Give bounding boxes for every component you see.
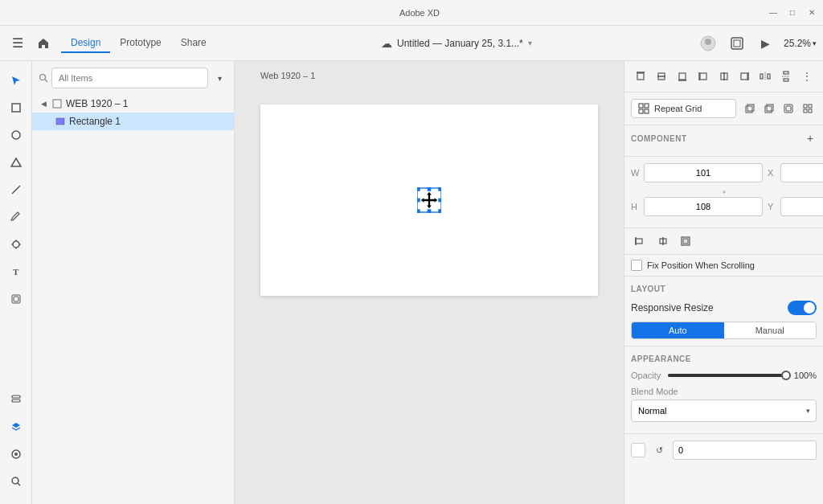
opacity-knob[interactable]: [781, 371, 791, 380]
responsive-resize-toggle[interactable]: [788, 301, 817, 315]
fix-position-section: Fix Position When Scrolling: [624, 255, 823, 277]
more-options-icon[interactable]: ⋮: [797, 66, 817, 87]
align-top-button[interactable]: [631, 66, 650, 87]
blend-mode-select[interactable]: Normal Multiply Screen Overlay: [631, 400, 817, 422]
svg-rect-27: [428, 209, 432, 213]
rg-duplicate-button[interactable]: [760, 100, 778, 117]
tab-design[interactable]: Design: [61, 34, 110, 53]
search-icon: [39, 73, 48, 83]
toolbar-right: ▶ 25.2% ▾: [697, 32, 817, 55]
select-tool[interactable]: [3, 68, 29, 93]
tab-prototype[interactable]: Prototype: [110, 34, 170, 53]
minimize-button[interactable]: —: [768, 8, 778, 18]
fill-color-swatch[interactable]: [631, 443, 645, 457]
layers-icon[interactable]: [3, 414, 29, 440]
tree-item-rectangle1[interactable]: Rectangle 1: [32, 113, 234, 130]
width-field: W: [631, 163, 763, 182]
layout-tab-auto[interactable]: Auto: [632, 322, 724, 338]
rg-group-button[interactable]: [780, 100, 797, 117]
search-input[interactable]: [51, 68, 208, 88]
fix-position-checkbox[interactable]: [631, 260, 642, 271]
distribute-vertical-button[interactable]: [776, 66, 796, 87]
alignment-toolbar: ⋮: [624, 61, 823, 92]
add-component-button[interactable]: +: [804, 132, 817, 145]
svg-rect-28: [417, 199, 420, 203]
ellipse-tool[interactable]: [3, 122, 29, 148]
dropdown-chevron-icon[interactable]: ▾: [528, 39, 532, 47]
svg-line-18: [45, 80, 47, 82]
fill-refresh-icon[interactable]: ↺: [650, 441, 668, 459]
selected-element[interactable]: [417, 188, 441, 212]
svg-rect-26: [428, 187, 432, 191]
menu-button[interactable]: ☰: [6, 32, 29, 55]
line-tool[interactable]: [3, 177, 29, 203]
user-avatar[interactable]: [697, 32, 719, 55]
canvas-area[interactable]: Web 1920 – 1: [235, 61, 624, 504]
y-input[interactable]: [780, 197, 823, 216]
fill-value-input[interactable]: [673, 440, 817, 460]
align-bottom-button[interactable]: [673, 66, 692, 87]
width-input[interactable]: [644, 163, 763, 182]
cloud-icon: ☁: [381, 37, 392, 50]
tree-item-web1920[interactable]: ◀ WEB 1920 – 1: [32, 95, 234, 113]
pos-left-icon[interactable]: [631, 232, 650, 251]
pen-tool[interactable]: [3, 204, 29, 230]
align-right-button[interactable]: [735, 66, 754, 87]
triangle-tool[interactable]: [3, 150, 29, 175]
device-preview-icon[interactable]: [726, 32, 748, 55]
play-button[interactable]: ▶: [755, 32, 777, 55]
zoom-control[interactable]: 25.2% ▾: [784, 38, 817, 49]
rectangle-tool[interactable]: [3, 95, 29, 121]
svg-rect-25: [438, 209, 441, 213]
svg-rect-54: [767, 104, 773, 111]
constrain-proportions-icon[interactable]: [719, 187, 729, 197]
tree-collapse-arrow[interactable]: ◀: [39, 99, 48, 109]
svg-rect-43: [768, 74, 770, 79]
assets-icon[interactable]: [3, 387, 29, 412]
pos-center-icon[interactable]: [653, 232, 673, 251]
svg-rect-51: [645, 109, 649, 113]
distribute-horizontal-button[interactable]: [755, 66, 775, 87]
svg-rect-67: [683, 239, 688, 244]
left-panel: ▾ ◀ WEB 1920 – 1 Rectangle 1: [32, 61, 235, 504]
layout-header: LAYOUT: [631, 283, 817, 294]
artboard[interactable]: [260, 104, 598, 296]
fill-row: ↺: [631, 440, 817, 460]
window-title: Adobe XD: [399, 8, 440, 18]
close-button[interactable]: ✕: [807, 8, 817, 18]
title-bar: Adobe XD — □ ✕: [0, 0, 823, 26]
opacity-slider[interactable]: [668, 374, 786, 377]
responsive-resize-label: Responsive Resize: [631, 302, 714, 313]
tab-share[interactable]: Share: [171, 34, 216, 53]
component-tool[interactable]: [3, 286, 29, 312]
paint-tool[interactable]: [3, 232, 29, 257]
svg-rect-60: [804, 109, 807, 113]
rg-copy-button[interactable]: [741, 100, 759, 117]
search-tool[interactable]: [3, 469, 29, 494]
pos-clip-icon[interactable]: [676, 232, 695, 251]
x-label: X: [768, 168, 777, 178]
align-middle-button[interactable]: [652, 66, 671, 87]
plugins-icon[interactable]: [3, 441, 29, 467]
home-button[interactable]: [32, 32, 55, 55]
svg-rect-12: [12, 400, 20, 402]
rg-ungroup-button[interactable]: [799, 100, 817, 117]
appearance-header: APPEARANCE: [631, 353, 817, 364]
layout-tab-manual[interactable]: Manual: [724, 322, 817, 338]
artboard-icon: [51, 98, 63, 109]
repeat-grid-button[interactable]: Repeat Grid: [631, 99, 736, 118]
main-content: T ▾: [0, 61, 823, 504]
layout-tabs: Auto Manual: [631, 322, 817, 339]
svg-rect-57: [786, 106, 791, 111]
svg-rect-34: [679, 73, 686, 80]
svg-rect-40: [741, 73, 747, 80]
x-input[interactable]: [780, 163, 823, 182]
svg-rect-62: [636, 239, 642, 244]
search-dropdown-chevron[interactable]: ▾: [211, 70, 227, 86]
maximize-button[interactable]: □: [788, 8, 797, 18]
height-input[interactable]: [644, 197, 763, 216]
svg-rect-3: [734, 40, 740, 47]
align-center-button[interactable]: [714, 66, 734, 87]
text-tool[interactable]: T: [3, 259, 29, 285]
align-left-button[interactable]: [694, 66, 713, 87]
